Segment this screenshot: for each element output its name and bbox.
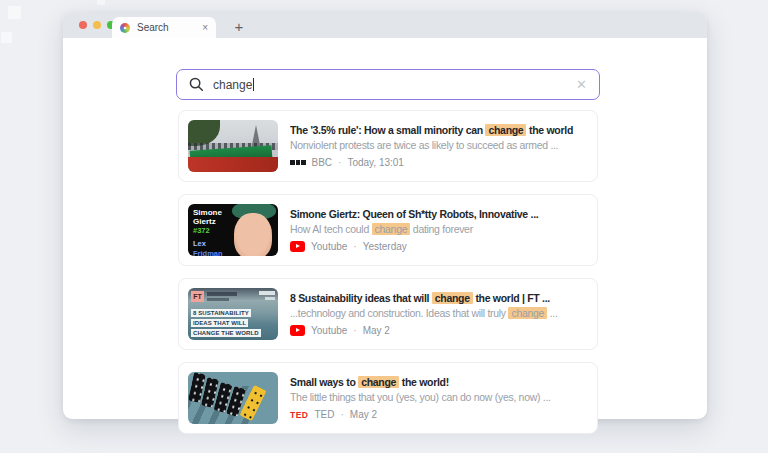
youtube-logo-icon [290, 325, 305, 336]
title-text: Small ways to [290, 376, 358, 388]
thumb-text: Giertz [193, 217, 216, 226]
meta-separator: · [338, 157, 341, 168]
tab-close-icon[interactable]: × [202, 23, 208, 33]
highlighted-term: change [358, 376, 399, 388]
title-text: the world | FT ... [473, 292, 550, 304]
ted-logo-icon: TED [290, 410, 309, 420]
result-thumbnail-ft: FT 8 SUSTAINABILITY IDEAS THAT WILL CHAN… [188, 288, 278, 340]
title-text: 8 Sustainability ideas that will [290, 292, 432, 304]
result-title[interactable]: Simone Giertz: Queen of Sh*tty Robots, I… [290, 208, 588, 220]
thumb-header-bar [207, 292, 237, 296]
thumb-header-bar [207, 298, 229, 301]
result-text-block: The '3.5% rule': How a small minority ca… [290, 124, 588, 168]
result-thumbnail-dominoes [188, 372, 278, 424]
close-window-button[interactable] [79, 21, 87, 29]
decorative-square [1, 32, 12, 43]
ft-logo: FT [191, 291, 204, 302]
result-description: ...technology and construction. Ideas th… [290, 307, 588, 319]
decorative-square [8, 6, 21, 19]
search-input[interactable]: change ✕ [176, 69, 600, 100]
highlighted-term: change [372, 223, 411, 235]
decorative-square [97, 0, 105, 5]
minimize-window-button[interactable] [93, 21, 101, 29]
desc-text: Nonviolent protests are twice as likely … [290, 139, 558, 151]
result-meta: TED TED · May 2 [290, 409, 588, 420]
search-query-text: change [213, 78, 252, 92]
title-text: The '3.5% rule': How a small minority ca… [290, 124, 485, 136]
bbc-logo-icon [290, 160, 306, 165]
red-ground-graphic [188, 157, 278, 172]
result-date: Today, 13:01 [347, 157, 404, 168]
desc-text: How AI tech could [290, 223, 372, 235]
title-text: the world! [399, 376, 449, 388]
desc-text: ...technology and construction. Ideas th… [290, 307, 508, 319]
thumb-text: IDEAS THAT WILL [191, 319, 248, 327]
result-date: Yesterday [363, 241, 407, 252]
highlighted-term: change [432, 292, 473, 304]
result-thumbnail-podcast: Simone Giertz #372 Lex Fridman [188, 204, 278, 256]
search-result-youtube-ft[interactable]: FT 8 SUSTAINABILITY IDEAS THAT WILL CHAN… [178, 278, 598, 350]
result-date: May 2 [363, 325, 390, 336]
new-tab-button[interactable]: + [229, 17, 249, 37]
search-result-bbc[interactable]: The '3.5% rule': How a small minority ca… [178, 110, 598, 182]
result-meta: Youtube · May 2 [290, 325, 588, 336]
desc-text: dating forever [410, 223, 473, 235]
source-name: Youtube [311, 241, 347, 252]
result-date: May 2 [350, 409, 377, 420]
result-meta: BBC · Today, 13:01 [290, 157, 588, 168]
result-description: Nonviolent protests are twice as likely … [290, 139, 588, 151]
thumb-text: Simone [193, 208, 222, 217]
result-description: How AI tech could change dating forever [290, 223, 588, 235]
thumb-corner-chip [265, 297, 275, 300]
result-title[interactable]: The '3.5% rule': How a small minority ca… [290, 124, 588, 136]
face-graphic [234, 213, 272, 256]
highlighted-term: change [485, 124, 526, 136]
highlighted-term: change [508, 307, 547, 319]
meta-separator: · [353, 241, 356, 252]
source-name: BBC [312, 157, 333, 168]
result-title[interactable]: Small ways to change the world! [290, 376, 588, 388]
result-text-block: Small ways to change the world! The litt… [290, 376, 588, 420]
source-name: TED [315, 409, 335, 420]
thumb-text: Lex [193, 240, 206, 249]
clear-search-button[interactable]: ✕ [576, 78, 587, 91]
thumb-text: Fridman [193, 250, 223, 256]
meta-separator: · [341, 409, 344, 420]
result-title[interactable]: 8 Sustainability ideas that will change … [290, 292, 588, 304]
tab-title: Search [137, 22, 169, 33]
desc-text: ... [547, 307, 557, 319]
browser-titlebar: Search × + [63, 12, 707, 38]
result-text-block: Simone Giertz: Queen of Sh*tty Robots, I… [290, 208, 588, 252]
thumb-text: 8 SUSTAINABILITY [191, 309, 251, 317]
tab-favicon-icon [120, 23, 130, 33]
thumb-corner-chip [259, 291, 275, 295]
result-thumbnail-protest [188, 120, 278, 172]
browser-tab[interactable]: Search × [112, 17, 216, 38]
browser-window: Search × + change ✕ [63, 12, 707, 419]
search-results-list: The '3.5% rule': How a small minority ca… [178, 110, 598, 434]
text-cursor [253, 78, 254, 91]
youtube-logo-icon [290, 241, 305, 252]
result-description: The little things that you (yes, you) ca… [290, 391, 588, 403]
window-controls [79, 21, 115, 29]
source-name: Youtube [311, 325, 347, 336]
title-text: the world [526, 124, 573, 136]
thumb-text: CHANGE THE WORLD [191, 329, 261, 337]
title-text: Simone Giertz: Queen of Sh*tty Robots, I… [290, 208, 538, 220]
search-result-ted[interactable]: Small ways to change the world! The litt… [178, 362, 598, 434]
meta-separator: · [353, 325, 356, 336]
thumb-caption-lines: 8 SUSTAINABILITY IDEAS THAT WILL CHANGE … [191, 307, 261, 337]
thumb-text: #372 [193, 227, 210, 236]
search-result-youtube-simone[interactable]: Simone Giertz #372 Lex Fridman Simone Gi… [178, 194, 598, 266]
search-icon [189, 77, 204, 92]
result-text-block: 8 Sustainability ideas that will change … [290, 292, 588, 336]
desc-text: The little things that you (yes, you) ca… [290, 391, 551, 403]
page-background: Search × + change ✕ [0, 0, 768, 453]
result-meta: Youtube · Yesterday [290, 241, 588, 252]
